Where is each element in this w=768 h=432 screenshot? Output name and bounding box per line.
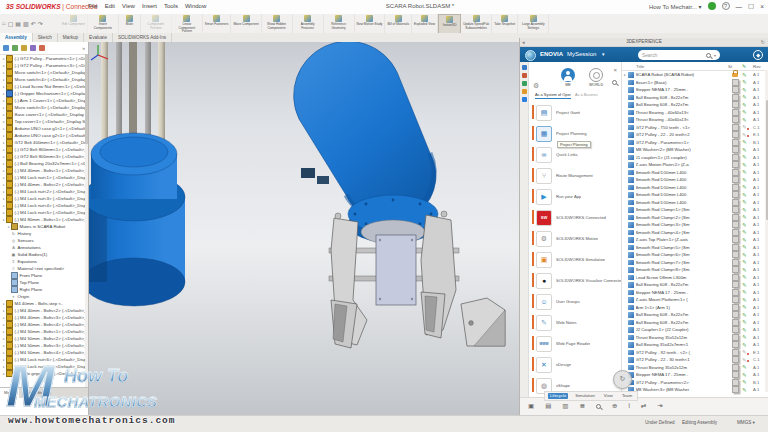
tab-assembly[interactable]: Assembly bbox=[0, 33, 33, 42]
tab-evaluate[interactable]: Evaluate bbox=[84, 33, 113, 42]
parts-row[interactable]: Thrust Bearing - 40x60x13<✎A.1 bbox=[622, 116, 768, 124]
menu-file[interactable]: File bbox=[88, 3, 98, 9]
move-component-button[interactable]: Move Component bbox=[231, 14, 261, 33]
restore-button[interactable]: ▢ bbox=[748, 2, 754, 10]
redo-icon[interactable]: ↷ bbox=[38, 20, 43, 27]
tree-item[interactable]: Front Plane bbox=[0, 272, 88, 279]
show-hidden-components-button[interactable]: Show Hidden Components bbox=[262, 14, 293, 33]
tab-solidworks-add-ins[interactable]: SOLIDWORKS Add-Ins bbox=[113, 33, 172, 42]
compass-icon[interactable] bbox=[753, 50, 763, 60]
parts-row[interactable]: Stepper NEMA 17 - 25mm -✎A.1 bbox=[622, 371, 768, 379]
app-item-motion[interactable]: ⚙SOLIDWORKS Motion bbox=[529, 228, 621, 249]
tree-item[interactable]: ▸(-) M4 Lock nut<7> (-<Default>_Displa bbox=[0, 363, 88, 370]
tree-item[interactable]: ▸Arduino UNO case g1<1> (-<Default>_D bbox=[0, 125, 88, 132]
tree-item[interactable]: ▸(-) M4 Lock nut<2> (-<Default>_Display bbox=[0, 188, 88, 195]
lock-tool-icon[interactable]: ▣ bbox=[528, 402, 534, 410]
app-item-visualize[interactable]: ●SOLIDWORKS Visualize Connected bbox=[529, 270, 621, 291]
app-item-planning[interactable]: ▦Project PlanningProject Planning bbox=[529, 123, 621, 144]
parts-row[interactable]: Smooth Rod D10mm L400✎A.1 bbox=[622, 199, 768, 207]
menu-view[interactable]: View bbox=[122, 3, 135, 9]
tree-item[interactable]: ▸(-) Lead Screw Nut 8mm<1> (-<Default bbox=[0, 83, 88, 90]
tab-model[interactable]: Model bbox=[0, 388, 19, 398]
tree-item[interactable]: ▸Micro switch<4> (-<Default>_Display St bbox=[0, 76, 88, 83]
explore-tool-icon[interactable] bbox=[596, 404, 601, 409]
app-item-www[interactable]: WWWWeb Page Reader bbox=[529, 333, 621, 354]
parts-row[interactable]: Arm 1<1> (Arm 1)✎A.1 bbox=[622, 304, 768, 312]
search-input[interactable]: Search ▾ bbox=[638, 50, 720, 60]
tree-item[interactable]: ▸(-) GT2 Pulley - Parametric<3> (-<Defau bbox=[0, 62, 88, 69]
parts-row[interactable]: Thrust Bearing 35x52x12m✎A.1 bbox=[622, 334, 768, 342]
graphics-viewport[interactable] bbox=[89, 42, 519, 415]
assistant-button[interactable]: ↻ bbox=[613, 370, 632, 389]
tree-item[interactable]: ≡Material <not specified> bbox=[0, 265, 88, 272]
home-icon[interactable]: ⌂ bbox=[2, 20, 6, 27]
menu-insert[interactable]: Insert bbox=[142, 3, 157, 9]
insert-components-button[interactable]: Insert Components bbox=[88, 14, 119, 33]
parts-row[interactable]: Thrust Bearing 35x52x12m✎A.1 bbox=[622, 364, 768, 372]
tree-item[interactable]: ▸(-) M4 50mm - Bolts<2> (-<Default>_D bbox=[0, 335, 88, 342]
large-assembly-settings-button[interactable]: Large Assembly Settings bbox=[518, 14, 549, 33]
globe-tool-icon[interactable]: ⊕ bbox=[612, 402, 617, 410]
bottom-tab-lifecycle[interactable]: Lifecycle bbox=[548, 393, 568, 399]
refresh-icon[interactable]: ↻ bbox=[761, 38, 765, 46]
tree-item[interactable]: ▸(-) GT2 Pulley - Parametric<1> (-<Defau bbox=[0, 55, 88, 62]
tree-item[interactable]: ▸(-) M4 50mm - Bolts<4> (-<Default>_D bbox=[0, 349, 88, 356]
tree-item[interactable]: ▸(-) M4 Lock nut<3> (-<Default>_Display bbox=[0, 195, 88, 202]
bottom-tab-team[interactable]: Team bbox=[620, 393, 634, 399]
archive-tool-icon[interactable]: ▥ bbox=[562, 402, 568, 410]
open-file-icon[interactable]: ▤ bbox=[15, 20, 21, 27]
tree-item[interactable]: ▸(-) M4 40mm - Bolts<2> (-<Default>_Dis bbox=[0, 181, 88, 188]
app-item-users[interactable]: ☺User Groups bbox=[529, 291, 621, 312]
take-snapshot-button[interactable]: Take Snapshot bbox=[492, 14, 518, 33]
parts-row[interactable]: GT2 Pulley - 92 teeth - <2> (✎E.1 bbox=[622, 349, 768, 357]
parts-row[interactable]: Smooth Rod Clamp<6> (Sm✎A.1 bbox=[622, 251, 768, 259]
app-item-simulation[interactable]: ▣SOLIDWORKS Simulation bbox=[529, 249, 621, 270]
parts-row[interactable]: Smooth Rod D10mm L400✎A.1 bbox=[622, 169, 768, 177]
folder-tool-icon[interactable]: ▤ bbox=[545, 402, 551, 410]
tree-item[interactable]: ▸(-) Arm 1 Cover<1> (-<Default>_Display bbox=[0, 97, 88, 104]
smart-fasteners-button[interactable]: Smart Fasteners bbox=[203, 14, 232, 33]
parts-row[interactable]: Ball Bearing 35x42x7mm<1✎A.1 bbox=[622, 341, 768, 349]
tree-item[interactable]: ▸(-) M4 80mm - Bolts<1> (-<Default>_D bbox=[0, 216, 88, 223]
parts-row[interactable]: Base<1> (Base)✎A.1 bbox=[622, 79, 768, 87]
tab-motion-study-1[interactable]: Motion Study 1 bbox=[19, 388, 55, 398]
parts-row[interactable]: GT2 Pulley - Parametric<2>✎B.1 bbox=[622, 379, 768, 387]
tree-item[interactable]: ▸(-) M4 Lock nut<6> (-<Default>_Displa bbox=[0, 356, 88, 363]
bottom-tab-view[interactable]: View bbox=[602, 393, 615, 399]
bottom-tab-simulation[interactable]: Simulation bbox=[573, 393, 597, 399]
custom-properties-strip-icon[interactable] bbox=[522, 97, 527, 102]
me-profile-button[interactable] bbox=[561, 68, 575, 82]
tree-item[interactable]: ⌖Origin bbox=[0, 293, 88, 300]
close-button[interactable]: × bbox=[760, 3, 764, 10]
tree-item[interactable]: ◎Sensors bbox=[0, 237, 88, 244]
parts-row[interactable]: Stepper NEMA 17 - 25mm -✎A.1 bbox=[622, 86, 768, 94]
tab-sketch[interactable]: Sketch bbox=[33, 33, 58, 42]
minimize-button[interactable]: — bbox=[736, 3, 743, 10]
mysession-tab[interactable]: As a Busines bbox=[575, 92, 598, 99]
parts-row[interactable]: Smooth Rod D10mm L400✎A.1 bbox=[622, 176, 768, 184]
account-menu[interactable]: How To Mechatr... ▾ bbox=[649, 3, 702, 10]
parts-row[interactable]: Ball Bearing 608 - 8x22x7m✎A.1 bbox=[622, 101, 768, 109]
bill-of-materials-button[interactable]: Bill of Materials bbox=[385, 14, 412, 33]
resources-strip-icon[interactable] bbox=[522, 65, 527, 70]
tree-item[interactable]: ▸(-) M4 40mm - Bolts<3> (-<Default>_D bbox=[0, 314, 88, 321]
avatar[interactable] bbox=[708, 2, 716, 10]
world-button[interactable] bbox=[589, 68, 603, 82]
parts-row[interactable]: Ball Bearing 608 - 8x22x7m✎A.1 bbox=[622, 311, 768, 319]
mysession-label[interactable]: MySession bbox=[567, 51, 596, 57]
parts-row[interactable]: J2 Coupler<1> (J2 Coupler)✎A.1 bbox=[622, 326, 768, 334]
tree-item[interactable]: ▸(-) M4 Lock nut<1> (-<Default>_Display bbox=[0, 174, 88, 181]
tree-item[interactable]: ▣Solid Bodies(1) bbox=[0, 251, 88, 258]
parts-row[interactable]: M8 Washer<3> (M8 Washer✎A.1 bbox=[622, 386, 768, 394]
parts-row[interactable]: Smooth Rod Clamp<3> (Sm✎A.1 bbox=[622, 221, 768, 229]
tree-item[interactable]: ▸(-) M4 50mm - Bolts<3> (-<Default>_D bbox=[0, 342, 88, 349]
tree-item[interactable]: ΣEquations bbox=[0, 258, 88, 265]
propertymanager-tab-icon[interactable] bbox=[12, 45, 18, 51]
parts-row[interactable]: Ball Bearing 608 - 8x22x7m✎A.1 bbox=[622, 281, 768, 289]
update-speedpak-subassemblies-button[interactable]: Update SpeedPak Subassemblies bbox=[461, 14, 492, 33]
mate-button[interactable]: Mate bbox=[119, 14, 141, 33]
configurationmanager-tab-icon[interactable] bbox=[21, 45, 27, 51]
document-tool-icon[interactable]: ≣ bbox=[579, 402, 584, 410]
assembly-features-button[interactable]: Assembly Features bbox=[293, 14, 324, 33]
save-icon[interactable]: ▥ bbox=[23, 20, 29, 27]
